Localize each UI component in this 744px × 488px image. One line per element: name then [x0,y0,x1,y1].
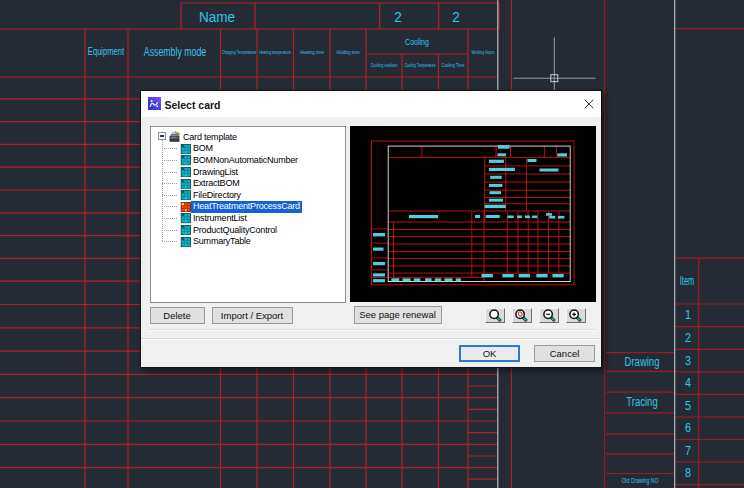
tree-item[interactable]: SummaryTable [151,236,345,248]
tree-item[interactable]: BOMNonAutomaticNumber [151,155,345,167]
tree-connector [162,230,178,231]
card-icon [180,155,192,165]
tree-item-label[interactable]: BOMNonAutomaticNumber [191,155,300,166]
header-assembly-mode: Assembly mode [144,45,206,58]
zoom-window-icon [488,309,503,323]
tree-item-list: BOM BOMNonAutomaticNumber DrawingList [151,143,345,247]
close-button[interactable] [578,94,599,114]
tree-connector [162,148,178,149]
header-cooling-time: Cooling Time [442,63,465,69]
zoom-window-button[interactable] [485,308,505,323]
group-separator [149,329,595,331]
dialog-titlebar[interactable]: Select card [141,91,601,117]
footer-separator [141,338,601,340]
item-number-8: 8 [684,467,690,481]
tree-item-label[interactable]: InstrumentList [191,213,249,224]
import-export-button[interactable]: Import / Export [212,307,293,324]
zoom-page-preview-icon [514,309,529,323]
tree-item[interactable]: HeatTreatmentProcessCard [151,201,345,213]
header-charging-temperature: Charging Temperature [221,50,255,56]
card-preview[interactable] [350,126,596,302]
see-page-renewal-button[interactable]: See page renewal [354,306,442,324]
label-tracing: Tracing [626,396,657,409]
card-icon [180,202,192,212]
tree-item[interactable]: ProductQualityControl [151,224,345,236]
header-heating-temperature: Heating temperature [259,50,291,56]
tree-item-label[interactable]: DrawingList [191,167,240,178]
item-column-header: Item [679,274,693,288]
zoom-out-icon [542,309,557,323]
cell-value-a: 2 [394,9,402,24]
cad-screen: { "background": { "top_row": {"name_labe… [0,0,744,488]
tree-root-label[interactable]: Card template [181,132,239,143]
tree-connector [162,172,178,173]
item-number-7: 7 [684,444,690,458]
select-card-dialog: Select card Card template [140,90,602,368]
crosshair-cursor [513,37,595,90]
zoom-in-button[interactable] [566,308,586,323]
tree-connector [162,183,178,184]
card-template-icon [169,131,180,143]
item-table-lines [675,29,744,488]
header-cooling-medium: Cooling medium [371,63,398,69]
header-holding-time: Holding time [336,50,359,56]
tree-root[interactable]: Card template [151,130,345,143]
card-icon [180,225,192,235]
label-drawing: Drawing [625,356,660,369]
cell-value-b: 2 [452,9,460,24]
zoom-out-button[interactable] [539,308,559,323]
zoom-page-preview-button[interactable] [512,308,532,323]
tree-connector [162,206,178,207]
zoom-in-icon [568,309,583,323]
item-number-5: 5 [684,399,690,413]
item-number-3: 3 [684,354,690,368]
tree-item[interactable]: DrawingList [151,166,345,178]
delete-button[interactable]: Delete [150,307,205,324]
item-number-4: 4 [684,376,690,390]
card-icon [180,213,192,223]
tree-item[interactable]: FileDirectory [151,189,345,201]
tree-item[interactable]: BOM [151,143,345,155]
dialog-title: Select card [165,99,221,111]
item-number-6: 6 [684,421,690,435]
item-number-2: 2 [684,331,690,345]
app-logo-icon [148,97,161,110]
tree-connector [162,241,178,242]
tree-connector-vertical [162,140,163,242]
cell-name-label: Name [199,9,235,24]
tree-item-label[interactable]: SummaryTable [191,236,253,247]
label-cell-lines [606,353,674,474]
tree-item-label[interactable]: HeatTreatmentProcessCard [191,201,302,212]
tree-item-label[interactable]: FileDirectory [191,190,243,201]
card-template-tree[interactable]: Card template BOM BOMNonAutomaticNumber [150,126,346,303]
card-icon [180,237,192,247]
tree-connector [162,195,178,196]
card-icon [180,179,192,189]
card-icon [180,144,192,154]
card-icon [180,167,192,177]
tree-item-label[interactable]: ExtractBOM [191,178,242,189]
tree-item[interactable]: InstrumentList [151,213,345,225]
card-icon [180,190,192,200]
header-working-hours: Working Hours [472,50,495,56]
label-old-drawing-no: Old Drawing NO [621,477,658,484]
ok-button[interactable]: OK [459,345,520,362]
tree-item[interactable]: ExtractBOM [151,178,345,190]
close-icon [584,99,594,109]
tree-connector [162,218,178,219]
tree-item-label[interactable]: ProductQualityControl [191,225,279,236]
item-number-1: 1 [684,309,690,323]
tree-item-label[interactable]: BOM [191,143,215,154]
cancel-button[interactable]: Cancel [534,345,595,362]
tree-connector [162,160,178,161]
header-equipment: Equipment [88,46,124,58]
header-heating-time: Heating time [300,50,323,56]
header-cooling-temperature: Cooling Temperature [404,63,435,69]
header-cooling: Cooling [405,37,429,46]
